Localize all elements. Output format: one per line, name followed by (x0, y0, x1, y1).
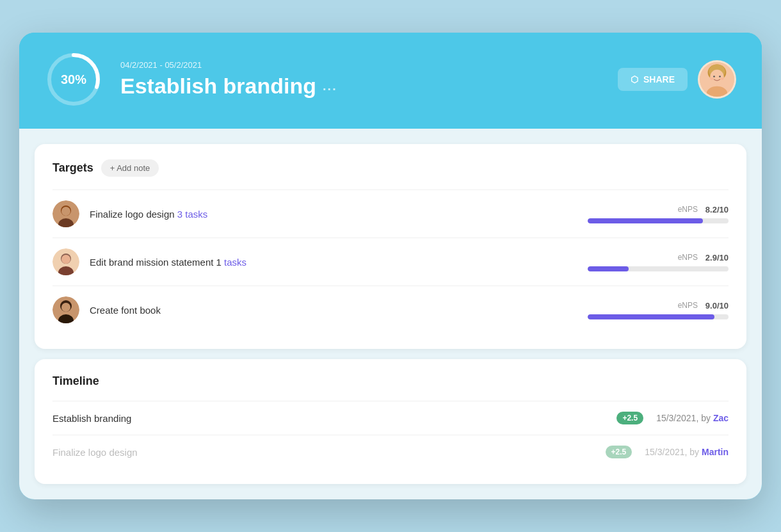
timeline-badge-2: +2.5 (606, 446, 632, 458)
timeline-row-1: Establish branding +2.5 15/3/2021, by Za… (52, 401, 729, 435)
timeline-header: Timeline (52, 375, 729, 388)
progress-ring: 30% (45, 51, 102, 108)
enps-row-1: eNPS 8.2/10 (588, 205, 729, 214)
target-row: Finalize logo design 3 tasks eNPS 8.2/10 (52, 189, 729, 238)
target-task-link-1[interactable]: 3 tasks (177, 209, 208, 220)
target-metrics-1: eNPS 8.2/10 (588, 205, 729, 223)
target-avatar-1 (52, 200, 79, 227)
svg-point-7 (713, 76, 715, 77)
svg-point-18 (61, 255, 70, 264)
target-avatar-3 (52, 296, 79, 323)
avatar-image (700, 60, 734, 99)
svg-point-14 (61, 207, 70, 216)
timeline-user-2: Martin (702, 447, 729, 457)
timeline-name-2: Finalize logo design (52, 447, 599, 458)
enps-label-1: eNPS (678, 205, 698, 214)
svg-point-5 (710, 70, 724, 85)
target-name-2: Edit brand mission statement 1 (90, 257, 224, 268)
title-text: Establish branding (120, 74, 316, 99)
avatar (698, 60, 736, 99)
timeline-date-1: 15/3/2021, by Zac (643, 413, 729, 423)
progress-bar-3 (588, 314, 729, 319)
target-avatar-2 (52, 248, 79, 275)
header-actions: ⬡ SHARE (618, 60, 736, 99)
target-info-1: Finalize logo design 3 tasks (90, 209, 588, 220)
svg-point-9 (710, 77, 713, 80)
enps-row-2: eNPS 2.9/10 (588, 253, 729, 262)
app-container: 30% 04/2/2021 - 05/2/2021 Establish bran… (19, 33, 762, 499)
progress-bar-fill-1 (588, 218, 703, 223)
header-info: 04/2/2021 - 05/2/2021 Establish branding… (120, 60, 600, 99)
share-label: SHARE (643, 74, 675, 85)
target-info-3: Create font book (90, 305, 588, 316)
svg-point-10 (720, 77, 723, 80)
target-name-3: Create font book (90, 305, 161, 316)
timeline-user-1: Zac (713, 413, 729, 423)
timeline-title: Timeline (52, 375, 99, 388)
enps-score-1: 8.2/10 (703, 205, 729, 214)
timeline-date-2: 15/3/2021, by Martin (632, 447, 729, 457)
add-note-button[interactable]: + Add note (101, 159, 159, 177)
targets-header: Targets + Add note (52, 159, 729, 177)
enps-label-3: eNPS (678, 301, 698, 310)
enps-row-3: eNPS 9.0/10 (588, 301, 729, 310)
target-row-2: Edit brand mission statement 1 tasks eNP… (52, 238, 729, 286)
progress-bar-fill-3 (588, 314, 714, 319)
target-task-link-2[interactable]: tasks (224, 257, 246, 268)
timeline-card: Timeline Establish branding +2.5 15/3/20… (35, 359, 746, 484)
timeline-date-text-1: 15/3/2021, by (656, 413, 711, 423)
timeline-name-1: Establish branding (52, 413, 610, 424)
progress-bar-1 (588, 218, 729, 223)
main-content: Targets + Add note Finalize logo design … (19, 129, 762, 499)
header-date: 04/2/2021 - 05/2/2021 (120, 60, 600, 70)
enps-score-3: 9.0/10 (703, 301, 729, 310)
target-metrics-3: eNPS 9.0/10 (588, 301, 729, 319)
progress-bar-fill-2 (588, 266, 629, 271)
timeline-date-text-2: 15/3/2021, by (645, 447, 699, 457)
svg-point-22 (61, 303, 70, 312)
share-button[interactable]: ⬡ SHARE (618, 68, 688, 91)
targets-title: Targets (52, 161, 93, 175)
share-icon: ⬡ (631, 74, 638, 85)
header-title: Establish branding ... (120, 74, 600, 99)
targets-card: Targets + Add note Finalize logo design … (35, 144, 746, 349)
svg-point-8 (719, 76, 721, 77)
timeline-row-2: Finalize logo design +2.5 15/3/2021, by … (52, 435, 729, 469)
enps-label-2: eNPS (678, 253, 698, 262)
timeline-badge-1: +2.5 (616, 412, 643, 424)
progress-bar-2 (588, 266, 729, 271)
header-dots: ... (323, 79, 337, 93)
target-row-3: Create font book eNPS 9.0/10 (52, 286, 729, 334)
target-info-2: Edit brand mission statement 1 tasks (90, 257, 588, 268)
target-name-1: Finalize logo design (90, 209, 177, 220)
target-metrics-2: eNPS 2.9/10 (588, 253, 729, 271)
enps-score-2: 2.9/10 (703, 253, 729, 262)
progress-percent: 30% (61, 72, 86, 87)
header: 30% 04/2/2021 - 05/2/2021 Establish bran… (19, 33, 762, 129)
